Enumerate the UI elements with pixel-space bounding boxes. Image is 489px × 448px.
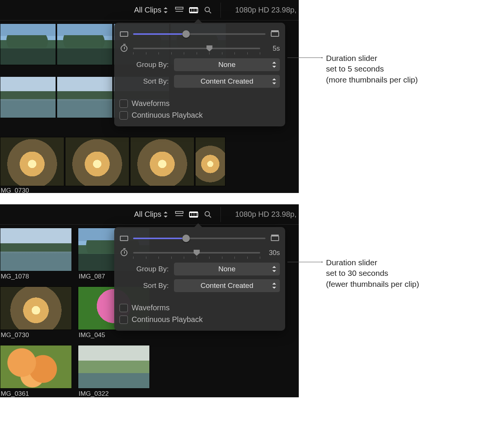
waveforms-label: Waveforms	[132, 99, 169, 108]
clip-thumbnail[interactable]	[0, 228, 72, 271]
clip-filter-dropdown[interactable]: All Clips	[132, 5, 169, 15]
viewer-format-label: 1080p HD 23.98p,	[235, 6, 297, 14]
thumbnail-small-icon	[120, 235, 129, 242]
clip-name-label: IMG_045	[79, 331, 105, 339]
checkbox-icon	[120, 100, 128, 108]
example-5s: All Clips 1080p HD 23.98p,	[0, 0, 489, 193]
checkbox-icon	[120, 316, 128, 324]
svg-rect-1	[175, 11, 183, 12]
sort-by-label: Sort By:	[120, 282, 169, 290]
thumbnail-segment	[130, 137, 194, 186]
waveforms-checkbox-row[interactable]: Waveforms	[120, 99, 280, 108]
annotation-callout: Duration slider set to 5 seconds (more t…	[287, 53, 418, 85]
svg-rect-3	[189, 7, 198, 8]
svg-line-9	[209, 11, 211, 13]
thumbnail-large-icon	[270, 236, 280, 241]
thumbnail-size-row	[120, 234, 280, 243]
thumbnail-size-row	[120, 30, 280, 39]
group-by-label: Group By:	[120, 265, 169, 273]
annotation-line: (fewer thumbnails per clip)	[326, 279, 419, 289]
checkbox-icon	[120, 304, 128, 312]
annotation-callout: Duration slider set to 30 seconds (fewer…	[287, 257, 419, 289]
clip-thumbnail[interactable]	[0, 286, 72, 330]
duration-row: 5s	[120, 44, 280, 53]
thumbnail-size-slider[interactable]	[133, 30, 265, 39]
clip-filter-dropdown[interactable]: All Clips	[132, 209, 169, 219]
group-by-label: Group By:	[120, 61, 169, 69]
clip-name-label: MG_0361	[1, 390, 29, 397]
annotation-line: (more thumbnails per clip)	[326, 75, 418, 85]
svg-rect-0	[175, 7, 183, 9]
thumbnail-segment	[0, 23, 56, 65]
leader-line	[287, 262, 322, 262]
clip-thumbnail[interactable]	[78, 345, 150, 389]
sort-by-label: Sort By:	[120, 77, 169, 86]
sort-by-select[interactable]: Content Created	[174, 279, 280, 292]
filmstrip-view-icon[interactable]	[189, 6, 199, 14]
dropdown-arrows-icon	[164, 7, 168, 13]
browser-window-2: All Clips 1080p HD 23.98p, MG_1078IMG_08…	[0, 204, 299, 397]
thumbnail-small-icon	[120, 30, 129, 38]
continuous-playback-checkbox-row[interactable]: Continuous Playback	[120, 111, 280, 120]
dropdown-arrows-icon	[272, 283, 276, 289]
sort-by-row: Sort By: Content Created	[120, 75, 280, 88]
svg-line-19	[209, 216, 211, 218]
clip-name-label: MG_1078	[1, 273, 29, 280]
browser-window-1: All Clips 1080p HD 23.98p,	[0, 0, 299, 193]
list-view-icon[interactable]	[174, 6, 184, 14]
duration-row: 30s	[120, 248, 280, 257]
toolbar: All Clips 1080p HD 23.98p,	[0, 0, 299, 20]
group-by-value: None	[218, 61, 235, 69]
toolbar-divider	[220, 3, 221, 18]
thumbnail-segment	[57, 76, 113, 118]
annotation-line: Duration slider	[326, 257, 419, 268]
example-30s: All Clips 1080p HD 23.98p, MG_1078IMG_08…	[0, 204, 489, 397]
thumbnail-size-slider[interactable]	[133, 234, 265, 243]
waveforms-label: Waveforms	[132, 303, 169, 312]
duration-slider[interactable]	[133, 248, 260, 257]
thumbnail-segment	[0, 137, 64, 186]
annotation-text: Duration slider set to 30 seconds (fewer…	[326, 257, 419, 289]
duration-value: 30s	[265, 249, 280, 257]
clip-thumbnail[interactable]	[0, 345, 72, 389]
dropdown-arrows-icon	[272, 266, 276, 272]
annotation-line: set to 30 seconds	[326, 268, 419, 278]
svg-rect-2	[189, 8, 198, 12]
sort-by-value: Content Created	[200, 77, 253, 86]
group-by-value: None	[218, 265, 235, 273]
thumbnail-segment	[0, 76, 56, 118]
group-by-select[interactable]: None	[174, 58, 280, 71]
sort-by-value: Content Created	[200, 282, 253, 290]
duration-slider[interactable]	[133, 44, 260, 53]
search-icon[interactable]	[203, 210, 213, 219]
clip-name-label: MG_0730	[1, 187, 29, 193]
clip-name-label: IMG_0322	[79, 390, 109, 397]
filmstrip-row[interactable]	[0, 137, 225, 186]
group-by-row: Group By: None	[120, 263, 280, 275]
continuous-playback-label: Continuous Playback	[132, 111, 203, 120]
group-by-select[interactable]: None	[174, 263, 280, 275]
waveforms-checkbox-row[interactable]: Waveforms	[120, 303, 280, 312]
viewer-format-label: 1080p HD 23.98p,	[235, 210, 297, 219]
filmstrip-view-icon[interactable]	[189, 210, 199, 219]
clip-name-label: MG_0730	[1, 331, 29, 339]
search-icon[interactable]	[203, 6, 213, 14]
clip-filter-label: All Clips	[134, 6, 161, 14]
stopwatch-icon	[120, 45, 129, 52]
svg-point-18	[205, 212, 210, 216]
list-view-icon[interactable]	[174, 210, 184, 219]
dropdown-arrows-icon	[164, 212, 168, 218]
thumbnail-segment	[57, 23, 113, 65]
dropdown-arrows-icon	[272, 62, 276, 68]
annotation-line: set to 5 seconds	[326, 64, 418, 74]
duration-value: 5s	[265, 45, 280, 53]
sort-by-select[interactable]: Content Created	[174, 75, 280, 88]
continuous-playback-checkbox-row[interactable]: Continuous Playback	[120, 315, 280, 324]
continuous-playback-label: Continuous Playback	[132, 315, 203, 324]
svg-rect-10	[175, 212, 183, 213]
thumbnail-segment	[195, 137, 225, 186]
svg-rect-14	[189, 217, 198, 218]
leader-line	[287, 58, 322, 58]
sort-by-row: Sort By: Content Created	[120, 279, 280, 292]
clip-name-label: IMG_087	[79, 273, 105, 280]
